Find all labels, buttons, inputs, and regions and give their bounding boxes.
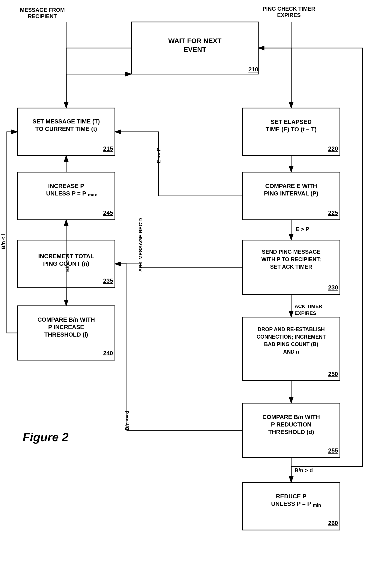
svg-rect-26 [18,306,115,360]
svg-text:230: 230 [328,284,338,291]
svg-rect-31 [18,172,115,220]
svg-text:WAIT FOR NEXT: WAIT FOR NEXT [168,37,222,44]
svg-text:P INCREASE: P INCREASE [48,324,84,330]
svg-rect-47 [242,483,340,530]
svg-text:COMPARE E WITH: COMPARE E WITH [265,183,317,189]
svg-text:INCREASE P: INCREASE P [48,183,84,189]
svg-text:PING INTERVAL (P): PING INTERVAL (P) [264,190,318,197]
svg-text:225: 225 [328,209,338,216]
svg-rect-13 [242,172,340,220]
svg-text:P REDUCTION: P REDUCTION [271,421,312,428]
svg-text:SET ELAPSED: SET ELAPSED [271,118,312,125]
svg-text:260: 260 [328,520,338,526]
svg-text:SEND PING MESSAGE: SEND PING MESSAGE [262,249,320,255]
figure-label: Figure 2 [23,430,68,444]
svg-text:WITH P TO RECIPIENT;: WITH P TO RECIPIENT; [261,256,321,262]
svg-text:ACK TIMER: ACK TIMER [294,304,322,309]
label-ping-check-timer-expires: PING CHECK TIMER EXPIRES [258,6,320,18]
svg-text:B/n <= d: B/n <= d [124,411,130,430]
svg-text:UNLESS P = P: UNLESS P = P [46,190,86,197]
svg-text:E > P: E > P [296,226,309,232]
svg-text:245: 245 [103,209,113,216]
svg-text:min: min [313,503,321,508]
svg-text:THRESHOLD (i): THRESHOLD (i) [44,331,88,338]
svg-text:COMPARE B/n WITH: COMPARE B/n WITH [262,414,320,420]
svg-text:E <= P: E <= P [156,148,162,163]
svg-text:SET MESSAGE TIME (T): SET MESSAGE TIME (T) [32,118,100,125]
svg-text:TIME (E) TO (t – T): TIME (E) TO (t – T) [266,126,317,133]
svg-rect-36 [242,317,340,381]
svg-text:250: 250 [328,371,338,377]
svg-text:B/n > d: B/n > d [294,467,313,473]
svg-text:BAD PING COUNT (B): BAD PING COUNT (B) [264,341,318,347]
svg-text:PING COUNT (n): PING COUNT (n) [43,260,89,267]
svg-text:AND n: AND n [283,349,299,355]
svg-text:THRESHOLD (d): THRESHOLD (d) [268,429,314,435]
svg-text:255: 255 [328,447,338,454]
svg-text:210: 210 [248,66,258,73]
svg-text:CONNECTION; INCREMENT: CONNECTION; INCREMENT [256,334,326,340]
svg-text:215: 215 [103,145,113,152]
svg-text:235: 235 [103,277,113,284]
svg-text:EVENT: EVENT [184,45,206,53]
svg-text:B/n < i: B/n < i [0,234,6,249]
svg-text:220: 220 [328,145,338,152]
flowchart-svg: WAIT FOR NEXT EVENT 210 SET MESSAGE TIME… [0,0,392,588]
svg-text:B/n >= i: B/n >= i [64,254,70,272]
svg-text:TO CURRENT TIME (t): TO CURRENT TIME (t) [35,125,97,132]
diagram-container: WAIT FOR NEXT EVENT 210 SET MESSAGE TIME… [0,0,392,588]
label-message-from-recipient: MESSAGE FROM RECIPIENT [18,7,67,19]
svg-rect-5 [18,108,115,156]
svg-text:ACK MESSAGE REC'D: ACK MESSAGE REC'D [138,218,144,272]
svg-text:REDUCE P: REDUCE P [276,493,306,500]
svg-rect-17 [242,240,340,294]
svg-text:COMPARE B/n WITH: COMPARE B/n WITH [38,316,95,323]
svg-text:UNLESS P = P: UNLESS P = P [271,500,311,507]
svg-rect-42 [242,403,340,458]
svg-rect-1 [132,22,258,74]
svg-text:max: max [88,192,97,197]
svg-text:INCREMENT TOTAL: INCREMENT TOTAL [38,253,94,260]
svg-rect-9 [242,108,340,156]
svg-rect-22 [18,240,115,288]
svg-text:SET ACK TIMER: SET ACK TIMER [270,264,312,270]
svg-text:DROP AND RE-ESTABLISH: DROP AND RE-ESTABLISH [258,326,325,332]
svg-text:EXPIRES: EXPIRES [294,310,316,316]
svg-text:240: 240 [103,350,113,357]
